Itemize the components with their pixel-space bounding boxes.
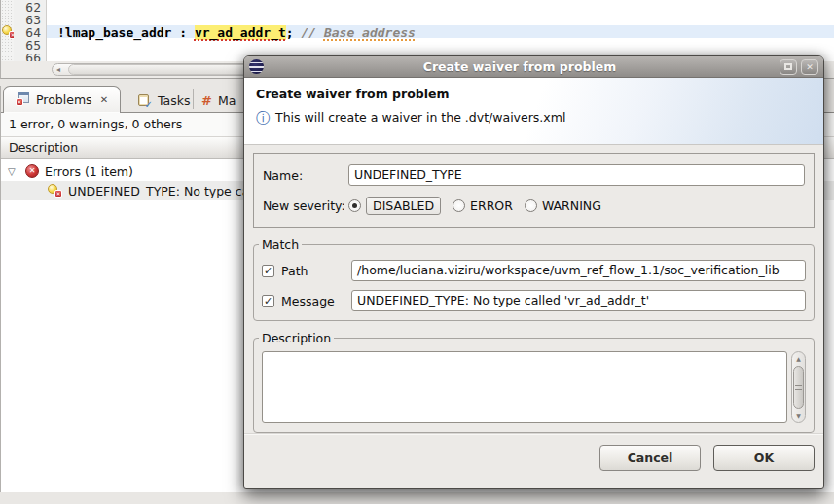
annotation-ruler: ✕ [1, 0, 14, 61]
info-icon: ⓘ [256, 111, 270, 125]
expander-icon[interactable]: ▽ [8, 166, 19, 177]
tab-label: Tasks [158, 93, 191, 108]
scroll-left-icon[interactable]: ◂ [56, 64, 60, 75]
code-area[interactable]: !lmap_base_addr : vr_ad_addr_t; // Base … [47, 0, 834, 61]
markers-icon: # [201, 93, 212, 108]
dialog-info-text: This will create a waiver in the .dvt/wa… [275, 110, 565, 125]
code-text: ; [286, 25, 302, 40]
radio-icon[interactable] [453, 199, 465, 212]
code-text: !lmap_base_addr : [57, 25, 195, 40]
code-line-63 [47, 13, 834, 25]
description-legend: Description [259, 331, 334, 345]
line-number-gutter: 62 63 64 65 66 [14, 0, 47, 61]
name-severity-group: Name: UNDEFINED_TYPE New severity: DISAB… [253, 153, 815, 228]
tab-markers[interactable]: # Ma [201, 90, 236, 111]
cancel-button[interactable]: Cancel [599, 445, 701, 471]
eclipse-icon [249, 59, 264, 74]
tab-separator [193, 89, 194, 109]
tab-label: Ma [218, 93, 236, 108]
radio-selected-icon[interactable] [348, 199, 361, 212]
line-number: 62 [14, 0, 46, 13]
code-comment: // Base address [301, 25, 415, 40]
radio-icon[interactable] [525, 199, 537, 212]
tab-problems[interactable]: ✕ Problems ✕ [3, 86, 121, 112]
thumb-grip [795, 385, 802, 390]
name-label: Name: [263, 168, 348, 183]
dialog-button-bar: Cancel OK [244, 433, 823, 488]
dialog-window-title: Create waiver from problem [264, 59, 776, 74]
scroll-down-icon[interactable]: ▼ [796, 410, 801, 422]
radio-option-warning[interactable]: WARNING [525, 198, 601, 213]
error-token[interactable]: vr_ad_addr_t [195, 25, 286, 40]
severity-radio-group: DISABLED ERROR WARNING [348, 197, 613, 215]
code-line-64-current: !lmap_base_addr : vr_ad_addr_t; // Base … [47, 25, 834, 38]
line-number: 64 [14, 25, 46, 38]
tab-close-icon[interactable]: ✕ [100, 94, 108, 105]
quickfix-error-icon: ✕ [47, 184, 62, 198]
line-number: 65 [14, 38, 46, 51]
match-legend: Match [259, 237, 302, 252]
code-line-62 [47, 0, 834, 13]
message-checkbox[interactable]: ✓ [262, 295, 274, 307]
message-label: Message [281, 294, 351, 308]
path-checkbox[interactable]: ✓ [262, 265, 274, 277]
ok-button[interactable]: OK [713, 445, 815, 471]
tab-tasks[interactable]: ✓ Tasks [137, 90, 191, 111]
message-input[interactable]: UNDEFINED_TYPE: No type called 'vr_ad_ad… [351, 290, 806, 311]
close-button[interactable]: ✕ [801, 59, 818, 75]
match-group: Match ✓ Path /home/luciana.viziru/worksp… [253, 237, 815, 321]
vertical-scrollbar[interactable]: ▲ ▼ [791, 351, 806, 423]
scroll-up-icon[interactable]: ▲ [796, 352, 801, 365]
path-label: Path [281, 264, 351, 278]
errors-group-icon: ✕ [25, 164, 39, 178]
description-textarea[interactable] [262, 351, 787, 423]
problems-icon: ✕ [16, 92, 30, 106]
dialog-header: Create waiver from problem ⓘ This will c… [244, 78, 823, 145]
dialog-header-title: Create waiver from problem [256, 87, 823, 101]
severity-label: New severity: [263, 198, 348, 213]
radio-option-error[interactable]: ERROR [453, 198, 513, 213]
tab-label: Problems [36, 92, 92, 107]
dialog-titlebar[interactable]: Create waiver from problem ✕ [244, 56, 823, 78]
create-waiver-dialog: Create waiver from problem ✕ Create waiv… [243, 55, 824, 489]
maximize-button[interactable] [780, 59, 797, 75]
vertical-scrollbar-thumb[interactable] [793, 366, 804, 409]
dialog-content: Name: UNDEFINED_TYPE New severity: DISAB… [244, 145, 823, 433]
tree-row-label: Errors (1 item) [45, 164, 133, 179]
path-input[interactable]: /home/luciana.viziru/workspace/uvm_ref_f… [351, 260, 806, 281]
description-group: Description ▲ ▼ [253, 331, 815, 433]
tasks-icon: ✓ [137, 93, 152, 107]
name-input[interactable]: UNDEFINED_TYPE [348, 164, 805, 186]
radio-option-disabled[interactable]: DISABLED [348, 197, 441, 215]
line-number: 66 [14, 51, 46, 61]
line-number: 63 [14, 13, 46, 25]
